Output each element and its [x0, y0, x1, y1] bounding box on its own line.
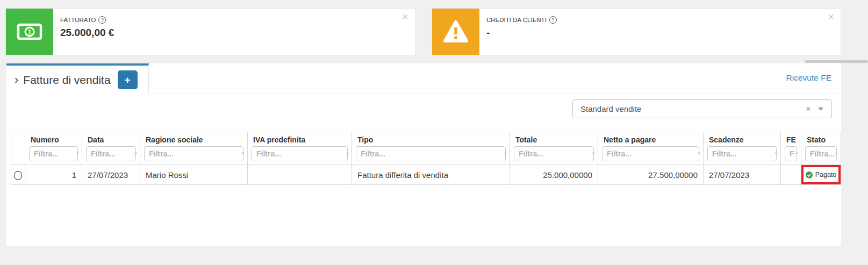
- column-label: Numero: [25, 135, 82, 146]
- filter-input-data[interactable]: [86, 146, 136, 161]
- column-header-fe[interactable]: FE ▲: [781, 132, 801, 165]
- card-body: FATTURATO? 25.000,00 €: [53, 9, 114, 55]
- sort-arrow-icon[interactable]: ▲: [697, 149, 701, 155]
- column-label: Scadenze: [704, 135, 780, 146]
- sort-arrow-icon[interactable]: ▲: [503, 149, 508, 155]
- status-badge: Pagato: [815, 171, 837, 178]
- cell-data: 27/07/2023: [82, 165, 140, 185]
- card-label-row: CREDITI DA CLIENTI?: [486, 15, 557, 24]
- sort-arrow-icon[interactable]: ▲: [591, 149, 596, 155]
- cell-tipo: Fattura differita di vendita: [352, 165, 510, 185]
- filter-cell: [598, 146, 703, 161]
- cell-checkbox: [11, 165, 25, 185]
- column-header-tipo[interactable]: Tipo ▲: [352, 132, 510, 165]
- card-value: -: [486, 27, 557, 39]
- add-invoice-button[interactable]: +: [118, 70, 138, 89]
- ricevute-fe-link[interactable]: Ricevute FE: [786, 73, 831, 83]
- table-row[interactable]: 1 27/07/2023 Mario Rossi Fattura differi…: [11, 165, 841, 185]
- cell-ragione-sociale: Mario Rossi: [140, 165, 248, 185]
- warning-icon: [432, 9, 479, 55]
- filter-input-totale[interactable]: [514, 146, 594, 161]
- invoices-table: Numero ▲ Data ▲ Ragione so: [11, 132, 841, 185]
- filter-cell: [352, 146, 510, 161]
- close-icon[interactable]: ×: [828, 11, 834, 22]
- main-panel: › Fatture di vendita + Ricevute FE Stand…: [6, 63, 841, 246]
- chevron-down-icon[interactable]: [818, 108, 823, 111]
- column-label: Ragione sociale: [140, 135, 247, 146]
- card-body: CREDITI DA CLIENTI? -: [479, 9, 557, 55]
- tab-fatture-di-vendita[interactable]: › Fatture di vendita +: [6, 63, 149, 94]
- column-label: IVA predefinita: [248, 135, 351, 146]
- close-icon[interactable]: ×: [402, 11, 408, 22]
- cell-numero: 1: [25, 165, 82, 185]
- column-label: Totale: [510, 135, 598, 146]
- help-icon[interactable]: ?: [549, 16, 557, 24]
- filter-cell: [510, 146, 598, 161]
- sort-arrow-icon[interactable]: ▲: [794, 149, 799, 155]
- filter-input-ragione-sociale[interactable]: [144, 146, 243, 161]
- column-label: FE: [781, 135, 801, 146]
- kpi-card-fatturato: 1 FATTURATO? 25.000,00 € ×: [5, 8, 415, 55]
- app-root: 1 FATTURATO? 25.000,00 € × CREDITI DA CL…: [0, 0, 868, 265]
- column-header-data[interactable]: Data ▲: [82, 132, 140, 165]
- filter-input-stato[interactable]: [805, 146, 837, 161]
- column-label: Tipo: [352, 135, 510, 146]
- card-label-row: FATTURATO?: [60, 15, 114, 24]
- filter-input-scadenze[interactable]: [707, 146, 777, 161]
- column-label: Stato: [801, 135, 841, 146]
- filter-cell: [248, 146, 351, 161]
- sort-arrow-icon[interactable]: ▲: [133, 149, 138, 155]
- horizontal-scrollbar-thumb[interactable]: [805, 60, 868, 63]
- check-circle-icon: [806, 171, 813, 178]
- filter-input-iva-predefinita[interactable]: [252, 146, 348, 161]
- column-header-ragione-sociale[interactable]: Ragione sociale ▲: [140, 132, 248, 165]
- clear-icon[interactable]: ×: [799, 104, 818, 114]
- cell-netto-a-pagare: 27.500,00000: [598, 165, 704, 185]
- sort-arrow-icon[interactable]: ▲: [75, 149, 80, 155]
- sort-arrow-icon[interactable]: ▲: [241, 149, 246, 155]
- banknote-icon: 1: [6, 9, 53, 55]
- cell-iva-predefinita: [248, 165, 352, 185]
- select-value: Standard vendite: [573, 104, 799, 113]
- svg-text:1: 1: [27, 28, 31, 36]
- row-checkbox[interactable]: [15, 171, 21, 180]
- filter-cell: [25, 146, 82, 161]
- header-row: Numero ▲ Data ▲ Ragione so: [11, 132, 841, 165]
- filter-cell: [140, 146, 247, 161]
- sort-arrow-icon[interactable]: ▲: [345, 149, 350, 155]
- annotation-highlight-box: Pagato: [801, 165, 841, 184]
- cell-fe: [781, 165, 801, 185]
- cell-stato: Pagato: [801, 165, 841, 185]
- card-label: FATTURATO: [60, 17, 96, 23]
- sort-arrow-icon[interactable]: ▲: [774, 149, 779, 155]
- cell-totale: 25.000,00000: [510, 165, 598, 185]
- chevron-right-icon: ›: [15, 73, 18, 87]
- card-label: CREDITI DA CLIENTI: [486, 17, 547, 23]
- column-header-totale[interactable]: Totale ▲: [510, 132, 598, 165]
- sort-arrow-icon[interactable]: ▲: [834, 149, 839, 155]
- select-all-header: [11, 132, 25, 165]
- column-header-iva-predefinita[interactable]: IVA predefinita ▲: [248, 132, 352, 165]
- column-header-netto-a-pagare[interactable]: Netto a pagare ▲: [598, 132, 704, 165]
- filter-input-netto-a-pagare[interactable]: [602, 146, 699, 161]
- tab-bar: › Fatture di vendita + Ricevute FE: [6, 63, 841, 94]
- filter-input-tipo[interactable]: [356, 146, 506, 161]
- cell-scadenze: 27/07/2023: [704, 165, 781, 185]
- tab-label: Fatture di vendita: [23, 74, 110, 87]
- column-label: Netto a pagare: [598, 135, 703, 146]
- column-label: Data: [82, 135, 140, 146]
- column-header-scadenze[interactable]: Scadenze ▲: [704, 132, 781, 165]
- filter-input-numero[interactable]: [29, 146, 78, 161]
- column-header-numero[interactable]: Numero ▲: [25, 132, 82, 165]
- template-select[interactable]: Standard vendite ×: [572, 99, 832, 118]
- filter-cell: [82, 146, 140, 161]
- filter-cell: [704, 146, 780, 161]
- column-header-stato[interactable]: Stato ▲: [801, 132, 841, 165]
- kpi-card-crediti-da-clienti: CREDITI DA CLIENTI? - ×: [432, 8, 841, 55]
- help-icon[interactable]: ?: [98, 16, 106, 24]
- card-value: 25.000,00 €: [60, 27, 114, 39]
